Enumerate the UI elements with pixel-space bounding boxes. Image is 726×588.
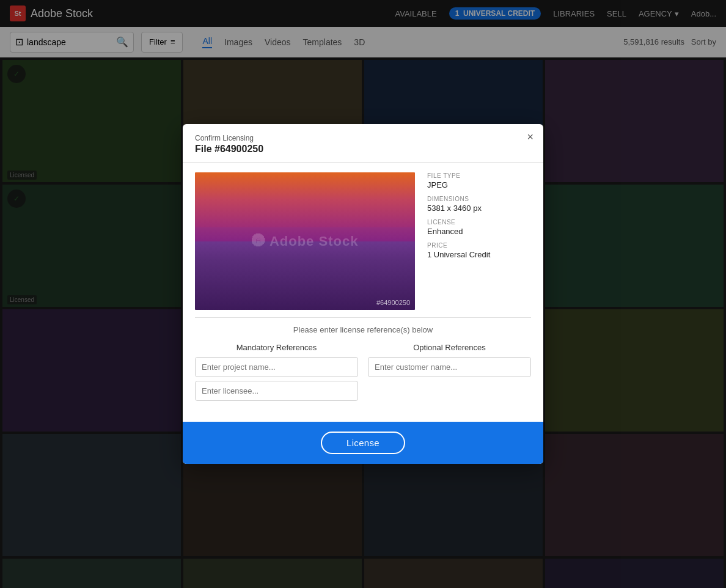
optional-references-col: Optional References: [368, 343, 531, 405]
modal-content-row: 🅐 Adobe Stock #64900250 FILE TYPE JPEG D…: [195, 172, 531, 310]
customer-name-input[interactable]: [368, 357, 531, 377]
price-label: PRICE: [427, 242, 531, 249]
modal-header: Confirm Licensing File #64900250 ×: [183, 124, 543, 163]
price-row: PRICE 1 Universal Credit: [427, 242, 531, 259]
file-type-row: FILE TYPE JPEG: [427, 172, 531, 189]
price-value: 1 Universal Credit: [427, 250, 531, 259]
license-button[interactable]: License: [321, 432, 405, 454]
modal-body: 🅐 Adobe Stock #64900250 FILE TYPE JPEG D…: [183, 163, 543, 422]
modal-separator: [195, 317, 531, 318]
licensee-input[interactable]: [195, 381, 358, 401]
modal-footer: License: [183, 422, 543, 464]
modal-title: File #64900250: [195, 144, 531, 155]
references-row: Mandatory References Optional References: [195, 343, 531, 405]
modal-subtitle: Confirm Licensing: [195, 134, 531, 142]
optional-label: Optional References: [368, 343, 531, 352]
image-id: #64900250: [376, 299, 410, 306]
dimensions-label: DIMENSIONS: [427, 196, 531, 202]
file-type-value: JPEG: [427, 180, 531, 189]
dimensions-row: DIMENSIONS 5381 x 3460 px: [427, 196, 531, 213]
modal-image-preview: 🅐 Adobe Stock #64900250: [195, 172, 415, 310]
modal-file-details: FILE TYPE JPEG DIMENSIONS 5381 x 3460 px…: [427, 172, 531, 310]
dimensions-value: 5381 x 3460 px: [427, 204, 531, 213]
file-type-label: FILE TYPE: [427, 172, 531, 179]
license-row: LICENSE Enhanced: [427, 219, 531, 236]
license-label: LICENSE: [427, 219, 531, 226]
license-value: Enhanced: [427, 227, 531, 236]
watermark: 🅐 Adobe Stock: [252, 233, 359, 249]
project-name-input[interactable]: [195, 357, 358, 377]
confirm-licensing-modal: Confirm Licensing File #64900250 × 🅐 Ado…: [183, 124, 543, 464]
mandatory-label: Mandatory References: [195, 343, 358, 352]
mandatory-references-col: Mandatory References: [195, 343, 358, 405]
license-instruction: Please enter license reference(s) below: [195, 325, 531, 334]
modal-close-button[interactable]: ×: [527, 131, 534, 142]
